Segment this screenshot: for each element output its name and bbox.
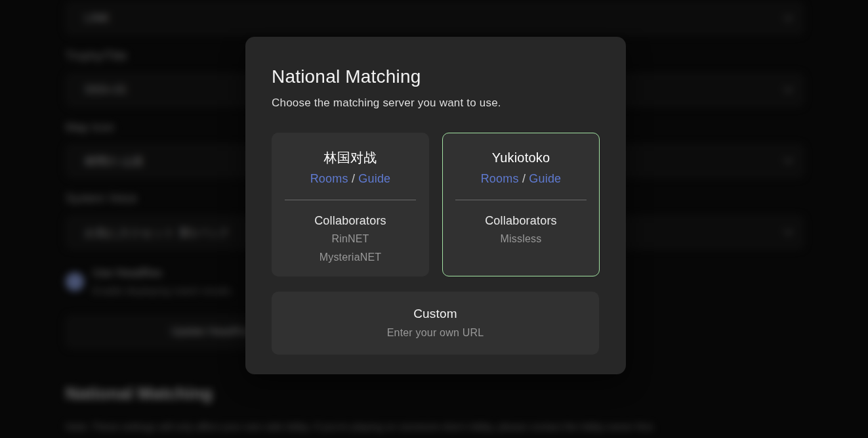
rooms-link[interactable]: Rooms (481, 172, 519, 185)
server-card-linguo[interactable]: 林国对战 Rooms / Guide Collaborators RinNET … (272, 133, 429, 276)
rooms-link[interactable]: Rooms (310, 172, 348, 185)
guide-link[interactable]: Guide (358, 172, 390, 185)
server-links: Rooms / Guide (443, 171, 599, 187)
collaborators-label: Collaborators (272, 213, 428, 229)
dialog-subtitle: Choose the matching server you want to u… (272, 97, 600, 110)
server-card-yukiotoko[interactable]: Yukiotoko Rooms / Guide Collaborators Mi… (442, 133, 600, 276)
server-links: Rooms / Guide (272, 171, 428, 187)
national-matching-dialog: National Matching Choose the matching se… (245, 37, 626, 374)
server-cards-row: 林国对战 Rooms / Guide Collaborators RinNET … (272, 133, 600, 276)
collaborators-label: Collaborators (443, 213, 599, 229)
link-separator: / (352, 172, 355, 185)
server-name: 林国对战 (272, 149, 428, 166)
collaborator-name: MysteriaNET (272, 250, 428, 265)
link-separator: / (522, 172, 526, 185)
collaborator-name: Missless (443, 231, 599, 247)
custom-subtitle: Enter your own URL (272, 327, 599, 339)
collaborator-name: RinNET (272, 231, 428, 247)
guide-link[interactable]: Guide (529, 172, 561, 185)
custom-server-card[interactable]: Custom Enter your own URL (272, 292, 599, 355)
card-divider (285, 200, 416, 200)
card-divider (455, 200, 587, 200)
server-name: Yukiotoko (443, 149, 599, 166)
custom-title: Custom (272, 305, 599, 322)
page-title: National Matching (272, 66, 600, 88)
